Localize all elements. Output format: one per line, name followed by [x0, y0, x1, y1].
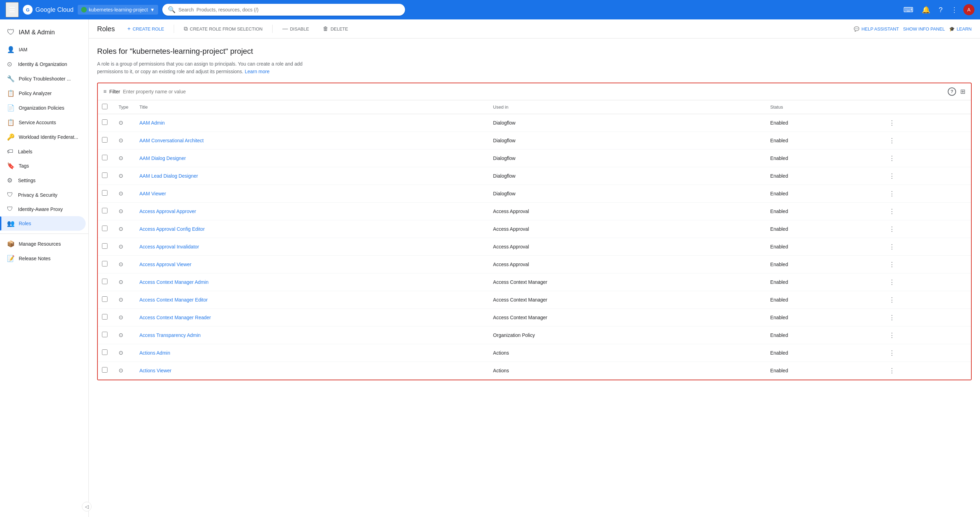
sidebar-item-identity-org[interactable]: ⊙ Identity & Organization: [0, 57, 86, 72]
delete-button[interactable]: 🗑 DELETE: [319, 24, 352, 34]
role-link-9[interactable]: Access Context Manager Admin: [139, 279, 208, 285]
hamburger-menu[interactable]: ☰: [6, 2, 19, 18]
row-checkbox-9[interactable]: [102, 279, 108, 284]
row-menu-button-9[interactable]: ⋮: [886, 277, 898, 287]
filter-bar: ≡ Filter ? ⊞: [98, 83, 971, 100]
disable-button[interactable]: — DISABLE: [278, 24, 313, 34]
notifications-icon[interactable]: 🔔: [919, 3, 933, 17]
row-type-cell-7: ⊙: [115, 238, 135, 255]
sidebar-item-roles[interactable]: 👥 Roles: [0, 216, 86, 231]
sidebar-item-manage-resources[interactable]: 📦 Manage Resources: [0, 237, 86, 251]
create-role-from-selection-button[interactable]: ⧉ CREATE ROLE FROM SELECTION: [180, 24, 267, 34]
role-link-12[interactable]: Access Transparency Admin: [139, 332, 201, 338]
row-menu-button-7[interactable]: ⋮: [886, 241, 898, 252]
row-title-cell-11: Access Context Manager Reader: [135, 308, 489, 326]
role-link-0[interactable]: AAM Admin: [139, 120, 165, 126]
row-title-cell-8: Access Approval Viewer: [135, 255, 489, 273]
role-link-3[interactable]: AAM Lead Dialog Designer: [139, 173, 198, 179]
learn-button[interactable]: 🎓 LEARN: [949, 26, 972, 32]
row-checkbox-cell-6: [98, 220, 115, 238]
row-checkbox-1[interactable]: [102, 137, 108, 143]
role-link-2[interactable]: AAM Dialog Designer: [139, 155, 186, 161]
role-link-6[interactable]: Access Approval Config Editor: [139, 226, 205, 232]
sidebar-item-org-policies[interactable]: 📄 Organization Policies: [0, 101, 86, 115]
row-checkbox-3[interactable]: [102, 172, 108, 178]
role-link-8[interactable]: Access Approval Viewer: [139, 262, 191, 267]
row-menu-button-10[interactable]: ⋮: [886, 295, 898, 305]
role-link-13[interactable]: Actions Admin: [139, 350, 170, 356]
more-options-icon[interactable]: ⋮: [948, 3, 961, 17]
row-checkbox-6[interactable]: [102, 225, 108, 231]
row-menu-button-5[interactable]: ⋮: [886, 206, 898, 217]
avatar[interactable]: A: [963, 4, 974, 15]
row-checkbox-7[interactable]: [102, 243, 108, 249]
row-checkbox-12[interactable]: [102, 332, 108, 337]
delete-icon: 🗑: [323, 26, 328, 32]
row-menu-button-4[interactable]: ⋮: [886, 188, 898, 199]
sidebar-item-workload-identity[interactable]: 🔑 Workload Identity Federat...: [0, 130, 86, 144]
row-title-cell-2: AAM Dialog Designer: [135, 149, 489, 167]
role-link-10[interactable]: Access Context Manager Editor: [139, 297, 208, 303]
row-menu-button-2[interactable]: ⋮: [886, 153, 898, 163]
sidebar-item-identity-aware-proxy[interactable]: 🛡 Identity-Aware Proxy: [0, 202, 86, 216]
create-role-button[interactable]: + CREATE ROLE: [123, 24, 168, 34]
row-status-cell-1: Enabled: [766, 131, 882, 149]
sidebar-item-iam[interactable]: 👤 IAM: [0, 42, 86, 57]
role-link-5[interactable]: Access Approval Approver: [139, 209, 196, 214]
help-assistant-button[interactable]: 💬 HELP ASSISTANT: [854, 26, 899, 32]
row-menu-button-6[interactable]: ⋮: [886, 224, 898, 234]
row-menu-cell-7: ⋮: [882, 238, 971, 255]
row-menu-button-14[interactable]: ⋮: [886, 365, 898, 376]
row-menu-button-0[interactable]: ⋮: [886, 118, 898, 128]
row-menu-button-1[interactable]: ⋮: [886, 135, 898, 146]
sidebar-item-privacy-security[interactable]: 🛡 Privacy & Security: [0, 188, 86, 202]
row-checkbox-4[interactable]: [102, 190, 108, 196]
terminal-icon[interactable]: ⌨: [900, 3, 916, 17]
row-menu-button-12[interactable]: ⋮: [886, 330, 898, 340]
role-link-11[interactable]: Access Context Manager Reader: [139, 315, 211, 320]
row-menu-button-3[interactable]: ⋮: [886, 171, 898, 181]
row-checkbox-10[interactable]: [102, 296, 108, 302]
row-checkbox-2[interactable]: [102, 155, 108, 160]
sidebar-item-tags[interactable]: 🔖 Tags: [0, 159, 86, 173]
sidebar-item-policy-analyzer[interactable]: 📋 Policy Analyzer: [0, 86, 86, 101]
role-link-1[interactable]: AAM Conversational Architect: [139, 138, 204, 143]
row-checkbox-5[interactable]: [102, 208, 108, 214]
filter-input[interactable]: [123, 89, 945, 94]
row-menu-cell-3: ⋮: [882, 167, 971, 185]
sidebar-collapse-button[interactable]: ◁: [82, 502, 92, 511]
title-column-header: Title: [135, 100, 489, 114]
project-selector[interactable]: kubernetes-learning-project ▼: [78, 5, 158, 14]
role-link-14[interactable]: Actions Viewer: [139, 368, 171, 373]
svg-text:G: G: [26, 7, 29, 13]
search-input[interactable]: [178, 7, 399, 13]
row-menu-button-13[interactable]: ⋮: [886, 348, 898, 358]
select-all-checkbox[interactable]: [102, 104, 108, 109]
sidebar-item-policy-troubleshooter[interactable]: 🔧 Policy Troubleshooter ...: [0, 72, 86, 86]
sidebar-item-settings[interactable]: ⚙ Settings: [0, 173, 86, 188]
select-all-header: [98, 100, 115, 114]
row-checkbox-14[interactable]: [102, 367, 108, 373]
row-title-cell-12: Access Transparency Admin: [135, 326, 489, 344]
row-checkbox-0[interactable]: [102, 120, 108, 125]
row-menu-button-8[interactable]: ⋮: [886, 259, 898, 270]
columns-icon[interactable]: ⊞: [960, 88, 966, 96]
row-checkbox-11[interactable]: [102, 314, 108, 319]
role-link-7[interactable]: Access Approval Invalidator: [139, 244, 199, 249]
show-info-panel-button[interactable]: SHOW INFO PANEL: [903, 26, 945, 32]
sidebar-item-labels[interactable]: 🏷 Labels: [0, 144, 86, 159]
row-checkbox-13[interactable]: [102, 349, 108, 355]
row-used-in-cell-7: Access Approval: [489, 238, 766, 255]
row-type-cell-4: ⊙: [115, 185, 135, 202]
filter-help-icon[interactable]: ?: [948, 88, 956, 96]
search-bar: 🔍: [162, 4, 405, 16]
row-type-cell-1: ⊙: [115, 131, 135, 149]
row-menu-button-11[interactable]: ⋮: [886, 312, 898, 323]
help-icon[interactable]: ?: [936, 3, 945, 17]
role-link-4[interactable]: AAM Viewer: [139, 191, 166, 196]
sidebar-item-release-notes[interactable]: 📝 Release Notes: [0, 251, 86, 266]
learn-more-link[interactable]: Learn more: [245, 69, 270, 74]
manage-resources-icon: 📦: [7, 240, 14, 248]
sidebar-item-service-accounts[interactable]: 📋 Service Accounts: [0, 115, 86, 130]
row-checkbox-8[interactable]: [102, 261, 108, 266]
